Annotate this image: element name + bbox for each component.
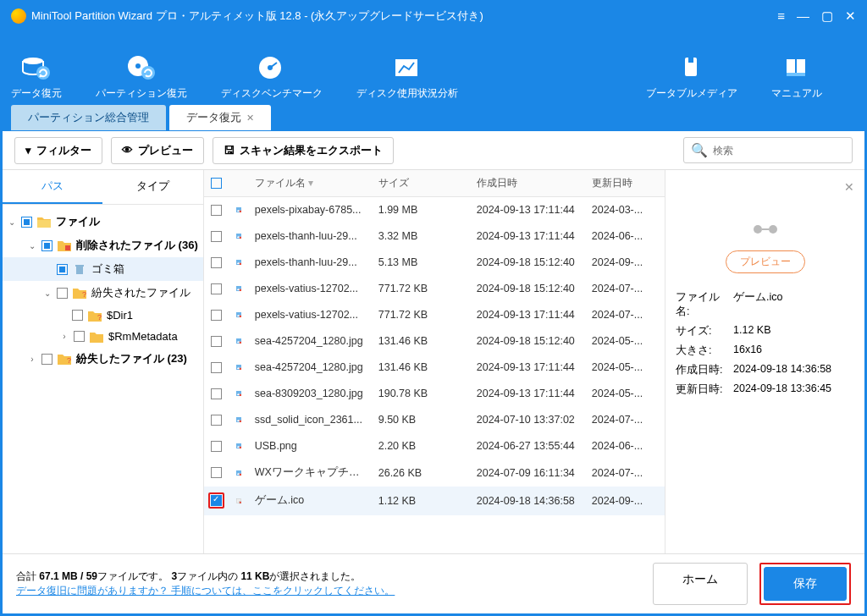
details-panel: ✕ プレビュー ファイル名:ゲーム.ico サイズ:1.12 KB 大きさ:16…: [665, 170, 864, 553]
svg-rect-34: [239, 342, 240, 344]
preview-button[interactable]: 👁プレビュー: [111, 137, 204, 164]
ribbon: データ復元 パーティション復元 ディスクベンチマーク ディスク使用状況分析 ブー…: [3, 30, 864, 106]
svg-rect-11: [65, 245, 70, 250]
row-checkbox[interactable]: [211, 495, 222, 506]
file-row[interactable]: sea-4257204_1280.jpg131.46 KB2024-09-18 …: [204, 328, 665, 355]
file-row[interactable]: sea-8309203_1280.jpg190.78 KB2024-09-13 …: [204, 381, 665, 407]
row-checkbox[interactable]: [211, 362, 222, 373]
svg-point-3: [135, 63, 141, 69]
file-list-header: ファイル名 ▾ サイズ 作成日時 更新日時: [204, 170, 665, 197]
tab-partition-mgmt[interactable]: パーティション総合管理: [11, 105, 166, 130]
col-created[interactable]: 作成日時: [470, 170, 585, 196]
col-modified[interactable]: 更新日時: [585, 170, 665, 196]
row-checkbox[interactable]: [211, 231, 222, 242]
checkbox-icon[interactable]: [41, 354, 52, 365]
svg-rect-10: [787, 73, 805, 76]
checkbox-icon[interactable]: [41, 240, 52, 251]
ribbon-disk-usage[interactable]: ディスク使用状況分析: [356, 54, 458, 101]
svg-rect-22: [239, 237, 240, 239]
home-button[interactable]: ホーム: [653, 563, 748, 605]
file-list: ファイル名 ▾ サイズ 作成日時 更新日時 pexels-pixabay-678…: [204, 170, 665, 553]
file-row[interactable]: pexels-pixabay-6785...1.99 MB2024-09-13 …: [204, 197, 665, 223]
select-all-checkbox[interactable]: [211, 178, 222, 189]
file-row[interactable]: pexels-thanh-luu-29...3.32 MB2024-09-13 …: [204, 223, 665, 250]
file-row[interactable]: ssd_solid_icon_2361...9.50 KB2024-07-10 …: [204, 407, 665, 433]
chevron-down-icon[interactable]: ⌄: [43, 289, 52, 298]
col-size[interactable]: サイズ: [372, 170, 470, 196]
svg-text:?: ?: [82, 290, 86, 299]
footer-info: 合計 67.1 MB / 59ファイルです。 3ファイル内の 11 KBが選択さ…: [16, 569, 395, 598]
ribbon-disk-benchmark[interactable]: ディスクベンチマーク: [221, 54, 323, 101]
file-row[interactable]: USB.png2.20 KB2024-06-27 13:55:442024-06…: [204, 433, 665, 459]
tree-lost-file[interactable]: ›?紛失したファイル (23): [3, 347, 203, 371]
ribbon-data-recovery[interactable]: データ復元: [11, 54, 62, 101]
row-checkbox[interactable]: [211, 257, 222, 268]
ribbon-manual[interactable]: マニュアル: [771, 54, 822, 101]
svg-text:?: ?: [67, 356, 71, 365]
file-row[interactable]: pexels-thanh-luu-29...5.13 MB2024-09-18 …: [204, 250, 665, 276]
svg-rect-40: [239, 394, 240, 396]
checkbox-icon[interactable]: [57, 288, 68, 299]
details-close-icon[interactable]: ✕: [844, 180, 854, 194]
svg-rect-12: [76, 267, 83, 274]
row-checkbox[interactable]: [211, 441, 222, 452]
col-name[interactable]: ファイル名 ▾: [248, 170, 372, 196]
row-checkbox[interactable]: [211, 310, 222, 321]
side-tab-path[interactable]: パス: [3, 170, 102, 204]
preview-button-panel[interactable]: プレビュー: [726, 250, 805, 273]
file-row[interactable]: WXワークキャプチャ_17...26.26 KB2024-07-09 16:11…: [204, 459, 665, 487]
save-button[interactable]: 保存: [764, 567, 847, 601]
export-button[interactable]: 🖫スキャン結果をエクスポート: [213, 137, 394, 164]
tree-lost[interactable]: ⌄?紛失されたファイル: [3, 281, 203, 305]
file-row[interactable]: ゲーム.ico1.12 KB2024-09-18 14:36:582024-09…: [204, 487, 665, 515]
tree-recycle[interactable]: ゴミ箱: [3, 257, 203, 281]
svg-point-52: [754, 225, 762, 234]
svg-point-0: [23, 58, 43, 64]
tab-close-icon[interactable]: ✕: [246, 113, 254, 124]
tab-data-recovery[interactable]: データ復元✕: [169, 105, 271, 130]
svg-rect-28: [239, 289, 240, 291]
svg-point-1: [36, 66, 50, 80]
side-tabs: パス タイプ: [3, 170, 203, 205]
svg-rect-46: [239, 447, 240, 448]
ribbon-bootable-media[interactable]: ブータブルメディア: [646, 54, 737, 101]
filter-button[interactable]: ▾フィルター: [14, 137, 102, 164]
svg-rect-9: [688, 58, 693, 63]
chevron-right-icon[interactable]: ›: [28, 355, 36, 364]
svg-rect-43: [239, 421, 240, 422]
svg-rect-31: [239, 316, 240, 317]
chevron-right-icon[interactable]: ›: [60, 332, 69, 341]
help-link[interactable]: データ復旧に問題がありますか？ 手順については、ここをクリックしてください。: [16, 585, 395, 597]
checkbox-icon[interactable]: [74, 331, 85, 342]
file-row[interactable]: sea-4257204_1280.jpg131.46 KB2024-09-13 …: [204, 355, 665, 381]
eye-icon: 👁: [122, 144, 133, 157]
row-checkbox[interactable]: [211, 283, 222, 294]
tree-deleted[interactable]: ⌄削除されたファイル (36): [3, 234, 203, 257]
toolbar: ▾フィルター 👁プレビュー 🖫スキャン結果をエクスポート 🔍: [3, 131, 864, 170]
row-checkbox[interactable]: [211, 336, 222, 347]
tree-rmmeta[interactable]: ›$RmMetadata: [3, 326, 203, 347]
tree-file[interactable]: ⌄ファイル: [3, 210, 203, 234]
svg-point-4: [141, 66, 155, 80]
file-row[interactable]: pexels-vatius-12702...771.72 KB2024-09-1…: [204, 276, 665, 302]
chevron-down-icon[interactable]: ⌄: [28, 241, 36, 250]
checkbox-icon[interactable]: [57, 264, 68, 275]
side-tab-type[interactable]: タイプ: [102, 170, 202, 204]
maximize-icon[interactable]: ▢: [821, 8, 833, 24]
menu-icon[interactable]: ≡: [777, 8, 785, 24]
app-logo-icon: [11, 8, 26, 24]
row-checkbox[interactable]: [211, 467, 222, 478]
chevron-down-icon[interactable]: ⌄: [8, 217, 16, 227]
minimize-icon[interactable]: —: [797, 8, 809, 24]
checkbox-icon[interactable]: [21, 217, 32, 228]
file-row[interactable]: pexels-vatius-12702...771.72 KB2024-09-1…: [204, 302, 665, 328]
row-checkbox[interactable]: [211, 415, 222, 426]
search-box[interactable]: 🔍: [683, 137, 853, 163]
row-checkbox[interactable]: [211, 388, 222, 399]
ribbon-partition-recovery[interactable]: パーティション復元: [96, 54, 187, 101]
row-checkbox[interactable]: [211, 205, 222, 216]
close-icon[interactable]: ✕: [845, 8, 856, 24]
checkbox-icon[interactable]: [72, 310, 83, 321]
tree-dir1[interactable]: ?$Dir1: [3, 305, 203, 326]
search-input[interactable]: [713, 145, 845, 157]
